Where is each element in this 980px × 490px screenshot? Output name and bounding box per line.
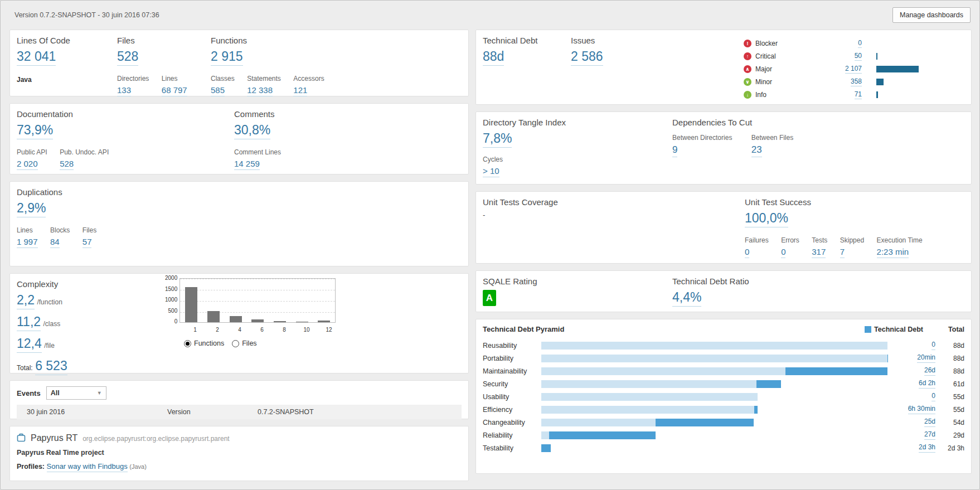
metric-execution-time: Execution Time 2:23 min: [877, 236, 923, 258]
functions-value[interactable]: 2 915: [211, 49, 243, 66]
metric-dup-lines: Lines 1 997: [17, 226, 38, 248]
events-filter-select[interactable]: All ▼: [46, 386, 106, 400]
minor-bar: [876, 79, 884, 85]
loc-title: Lines Of Code: [17, 36, 117, 45]
blocker-count[interactable]: 0: [858, 39, 862, 48]
tangle-widget: Directory Tangle Index 7,8% Cycles > 10 …: [476, 111, 972, 185]
metric-between-directories: Between Directories 9: [672, 134, 732, 157]
pyramid-title: Technical Debt Pyramid: [483, 325, 865, 333]
test-success-section: Unit Test Success 100,0% Failures 0 Erro…: [745, 197, 933, 258]
radio-functions[interactable]: Functions: [184, 339, 224, 347]
debt-ratio-section: Technical Debt Ratio 4,4%: [672, 276, 749, 307]
documentation-value[interactable]: 73,9%: [17, 123, 53, 139]
tangle-section: Directory Tangle Index 7,8% Cycles > 10: [483, 118, 672, 177]
documentation-section: Documentation 73,9% Public API 2 020 Pub…: [17, 109, 234, 170]
histogram-mode-radios: Functions Files: [184, 339, 343, 347]
severity-row-major: ∧ Major 2 107: [744, 62, 928, 75]
comments-value[interactable]: 30,8%: [234, 123, 270, 139]
complexity-histogram: 2000 1500 1000 500 0: [165, 278, 343, 347]
histogram-bar: [274, 321, 286, 322]
radio-functions-icon[interactable]: [184, 340, 191, 347]
sqale-widget: SQALE Rating A Technical Debt Ratio 4,4%: [476, 270, 972, 312]
pyramid-legend: Technical Debt: [865, 326, 923, 333]
major-count[interactable]: 2 107: [845, 65, 862, 74]
radio-files-icon[interactable]: [232, 340, 239, 347]
metric-failures: Failures 0: [745, 236, 769, 258]
pyramid-row-security: Security 6d 2h 61d: [483, 377, 964, 390]
cycles-value[interactable]: > 10: [483, 166, 499, 177]
major-bar: [876, 66, 919, 72]
severity-row-blocker: ! Blocker 0: [744, 37, 928, 50]
metric-between-files: Between Files 23: [751, 134, 793, 157]
pyramid-row-usability: Usability 0 55d: [483, 390, 964, 403]
loc-language: Java: [17, 76, 117, 84]
pyramid-row-maintainability: Maintainability 26d 88d: [483, 365, 964, 377]
histogram-bar: [296, 322, 308, 322]
loc-value[interactable]: 32 041: [17, 49, 56, 66]
dependencies-section: Dependencies To Cut Between Directories …: [672, 118, 803, 177]
functions-section: Functions 2 915 Classes 585 Statements 1…: [211, 36, 334, 96]
legend-square-icon: [865, 326, 871, 333]
metric-classes: Classes 585: [211, 75, 235, 96]
event-date: 30 juin 2016: [27, 408, 167, 416]
metric-comment-lines: Comment Lines 14 259: [234, 148, 281, 170]
test-success-value[interactable]: 100,0%: [745, 211, 788, 227]
coverage-section: Unit Tests Coverage -: [483, 197, 745, 258]
size-widget: Lines Of Code 32 041 Java Files 528 Dire…: [9, 30, 469, 96]
radio-files[interactable]: Files: [232, 339, 256, 347]
pyramid-row-reusability: Reusability 0 88d: [483, 339, 964, 352]
issues-value[interactable]: 2 586: [571, 49, 603, 66]
files-section: Files 528 Directories 133 Lines 68 797: [117, 36, 211, 96]
arrow-down-icon: ↓: [744, 91, 751, 99]
header: Version 0.7.2-SNAPSHOT - 30 juin 2016 07…: [1, 1, 979, 30]
metric-directories: Directories 133: [117, 75, 149, 96]
files-value[interactable]: 528: [117, 49, 138, 66]
tangle-value[interactable]: 7,8%: [483, 131, 512, 148]
issues-section: Issues 2 586: [571, 36, 744, 101]
project-profiles: Profiles: Sonar way with Findbugs (Java): [17, 462, 462, 472]
chevron-down-icon: ∨: [744, 78, 751, 86]
histogram-bar: [318, 321, 330, 322]
version-line: Version 0.7.2-SNAPSHOT - 30 juin 2016 07…: [14, 11, 159, 19]
metric-accessors: Accessors 121: [293, 75, 324, 96]
left-column: Lines Of Code 32 041 Java Files 528 Dire…: [9, 30, 469, 488]
sqale-rating-section: SQALE Rating A: [483, 276, 672, 307]
histogram-bar: [207, 311, 220, 322]
pyramid-total-header: Total: [935, 326, 964, 333]
severity-row-critical: ↑ Critical 50: [744, 50, 928, 62]
pyramid-row-efficiency: Efficiency 6h 30min 55d: [483, 403, 964, 416]
histogram-bar: [185, 287, 197, 322]
info-count[interactable]: 71: [855, 90, 862, 99]
manage-dashboards-button[interactable]: Manage dashboards: [892, 7, 971, 23]
right-column: Technical Debt 88d Issues 2 586 ! Blocke…: [476, 30, 972, 481]
minor-count[interactable]: 358: [851, 77, 862, 86]
severity-row-minor: ∨ Minor 358: [744, 75, 928, 88]
debt-ratio-value[interactable]: 4,4%: [672, 290, 701, 307]
technical-debt-value[interactable]: 88d: [483, 49, 504, 66]
critical-bar: [876, 53, 877, 60]
metric-skipped: Skipped 7: [840, 236, 864, 258]
metric-tests: Tests 317: [812, 236, 827, 258]
project-key: org.eclipse.papyrusrt:org.eclipse.papyru…: [83, 435, 229, 443]
project-widget: Papyrus RT org.eclipse.papyrusrt:org.ecl…: [9, 426, 469, 481]
complexity-total: Total: 6 523: [17, 358, 462, 375]
histogram-x-axis: 1 2 4 6 8 10 12: [184, 327, 340, 333]
blocker-icon: !: [744, 40, 751, 47]
project-name: Papyrus RT: [31, 433, 77, 443]
severity-list: ! Blocker 0 ↑ Critical 50 ∧: [744, 36, 928, 101]
duplications-value[interactable]: 2,9%: [17, 201, 46, 217]
histogram-bars: [180, 279, 335, 322]
events-widget: Events All ▼ 30 juin 2016 Version 0.7.2-…: [9, 380, 469, 419]
tests-widget: Unit Tests Coverage - Unit Test Success …: [476, 191, 972, 264]
documentation-widget: Documentation 73,9% Public API 2 020 Pub…: [9, 103, 469, 174]
metric-dup-files: Files 57: [83, 226, 96, 248]
critical-count[interactable]: 50: [855, 52, 862, 61]
dashboard-columns: Lines Of Code 32 041 Java Files 528 Dire…: [1, 30, 979, 488]
arrow-up-icon: ↑: [744, 52, 751, 60]
profile-link[interactable]: Sonar way with Findbugs: [47, 462, 128, 472]
histogram-y-axis: 2000 1500 1000 500 0: [165, 275, 177, 325]
pyramid-row-testability: Testability 2d 3h 2d 3h: [483, 442, 964, 454]
histogram-bar: [251, 319, 264, 322]
metric-public-api: Public API 2 020: [17, 148, 47, 170]
severity-row-info: ↓ Info 71: [744, 88, 928, 101]
